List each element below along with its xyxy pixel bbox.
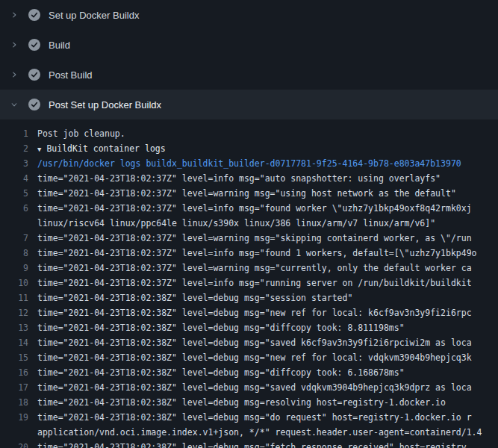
log-text: time="2021-04-23T18:02:38Z" level=debug … bbox=[37, 440, 498, 448]
log-line: 1Post job cleanup. bbox=[0, 126, 498, 141]
log-line: 9time="2021-04-23T18:02:37Z" level=warni… bbox=[0, 261, 498, 276]
log-text: linux/riscv64 linux/ppc64le linux/s390x … bbox=[37, 216, 498, 231]
chevron-right-icon bbox=[10, 71, 19, 78]
chevron-right-icon bbox=[10, 11, 19, 19]
log-line: 20time="2021-04-23T18:02:38Z" level=debu… bbox=[0, 440, 498, 448]
check-circle-icon bbox=[28, 39, 40, 51]
log-line: 6time="2021-04-23T18:02:37Z" level=info … bbox=[0, 201, 498, 216]
log-text: time="2021-04-23T18:02:38Z" level=debug … bbox=[37, 290, 498, 305]
line-number[interactable]: 6 bbox=[0, 201, 37, 216]
log-line: linux/riscv64 linux/ppc64le linux/s390x … bbox=[0, 216, 498, 231]
group-label: BuildKit container logs bbox=[46, 143, 165, 154]
log-line-command: 3/usr/bin/docker logs buildx_buildkit_bu… bbox=[0, 156, 498, 171]
log-text: time="2021-04-23T18:02:37Z" level=warnin… bbox=[37, 186, 498, 201]
log-line: 14time="2021-04-23T18:02:38Z" level=debu… bbox=[0, 335, 498, 350]
step-header-build[interactable]: Build bbox=[0, 30, 498, 60]
log-line: 7time="2021-04-23T18:02:37Z" level=warni… bbox=[0, 231, 498, 246]
log-line: 10time="2021-04-23T18:02:37Z" level=info… bbox=[0, 276, 498, 290]
log-text: time="2021-04-23T18:02:38Z" level=debug … bbox=[37, 350, 498, 365]
line-number[interactable] bbox=[0, 425, 37, 440]
step-header-set-up-docker-buildx[interactable]: Set up Docker Buildx bbox=[0, 0, 498, 30]
check-circle-icon bbox=[28, 69, 40, 81]
log-line: 12time="2021-04-23T18:02:38Z" level=debu… bbox=[0, 305, 498, 320]
step-title: Post Set up Docker Buildx bbox=[49, 99, 161, 111]
line-number[interactable]: 13 bbox=[0, 320, 37, 335]
check-circle-icon bbox=[28, 9, 40, 21]
log-text: time="2021-04-23T18:02:38Z" level=debug … bbox=[37, 305, 498, 320]
step-header-post-build[interactable]: Post Build bbox=[0, 60, 498, 90]
line-number[interactable]: 14 bbox=[0, 335, 37, 350]
log-text: time="2021-04-23T18:02:38Z" level=debug … bbox=[37, 335, 498, 350]
log-line: 15time="2021-04-23T18:02:38Z" level=debu… bbox=[0, 350, 498, 365]
line-number[interactable]: 1 bbox=[0, 126, 37, 141]
step-title: Build bbox=[49, 40, 70, 51]
log-text: Post job cleanup. bbox=[37, 126, 498, 141]
line-number[interactable]: 12 bbox=[0, 305, 37, 320]
line-number[interactable]: 11 bbox=[0, 290, 37, 305]
log-viewer: 1Post job cleanup.2▼BuildKit container l… bbox=[0, 119, 498, 448]
log-text: time="2021-04-23T18:02:38Z" level=debug … bbox=[37, 395, 498, 410]
log-group-toggle[interactable]: ▼BuildKit container logs bbox=[37, 141, 498, 156]
log-line: 19time="2021-04-23T18:02:38Z" level=debu… bbox=[0, 410, 498, 425]
log-line: 13time="2021-04-23T18:02:38Z" level=debu… bbox=[0, 320, 498, 335]
chevron-down-icon bbox=[10, 101, 19, 108]
log-line: 18time="2021-04-23T18:02:38Z" level=debu… bbox=[0, 395, 498, 410]
line-number[interactable]: 15 bbox=[0, 350, 37, 365]
line-number[interactable]: 10 bbox=[0, 276, 37, 290]
line-number[interactable]: 20 bbox=[0, 440, 37, 448]
line-number[interactable]: 8 bbox=[0, 246, 37, 261]
line-number[interactable]: 9 bbox=[0, 261, 37, 276]
line-number[interactable]: 2 bbox=[0, 141, 37, 156]
step-list: Set up Docker BuildxBuildPost BuildPost … bbox=[0, 0, 498, 119]
log-text: time="2021-04-23T18:02:38Z" level=debug … bbox=[37, 365, 498, 380]
log-line: 5time="2021-04-23T18:02:37Z" level=warni… bbox=[0, 186, 498, 201]
log-line: 8time="2021-04-23T18:02:37Z" level=info … bbox=[0, 246, 498, 261]
log-text: time="2021-04-23T18:02:37Z" level=warnin… bbox=[37, 231, 498, 246]
log-line: 16time="2021-04-23T18:02:38Z" level=debu… bbox=[0, 365, 498, 380]
log-text: time="2021-04-23T18:02:38Z" level=debug … bbox=[37, 320, 498, 335]
log-text: application/vnd.oci.image.index.v1+json,… bbox=[37, 425, 498, 440]
line-number[interactable]: 18 bbox=[0, 395, 37, 410]
log-line: 17time="2021-04-23T18:02:38Z" level=debu… bbox=[0, 380, 498, 395]
line-number[interactable]: 3 bbox=[0, 156, 37, 171]
line-number[interactable]: 17 bbox=[0, 380, 37, 395]
log-text: time="2021-04-23T18:02:37Z" level=info m… bbox=[37, 201, 498, 216]
line-number[interactable]: 5 bbox=[0, 186, 37, 201]
check-circle-icon bbox=[28, 99, 40, 111]
step-title: Set up Docker Buildx bbox=[49, 10, 139, 21]
chevron-right-icon bbox=[10, 41, 19, 49]
line-number[interactable]: 4 bbox=[0, 171, 37, 186]
step-header-post-set-up-docker-buildx[interactable]: Post Set up Docker Buildx bbox=[0, 90, 498, 119]
line-number[interactable] bbox=[0, 216, 37, 231]
step-title: Post Build bbox=[49, 69, 93, 81]
log-text: time="2021-04-23T18:02:38Z" level=debug … bbox=[37, 410, 498, 425]
log-text: time="2021-04-23T18:02:37Z" level=info m… bbox=[37, 276, 498, 290]
log-text: time="2021-04-23T18:02:37Z" level=info m… bbox=[37, 171, 498, 186]
log-line: 11time="2021-04-23T18:02:38Z" level=debu… bbox=[0, 290, 498, 305]
triangle-down-icon: ▼ bbox=[37, 146, 41, 153]
line-number[interactable]: 7 bbox=[0, 231, 37, 246]
line-number[interactable]: 19 bbox=[0, 410, 37, 425]
log-line: application/vnd.oci.image.index.v1+json,… bbox=[0, 425, 498, 440]
log-text: time="2021-04-23T18:02:37Z" level=info m… bbox=[37, 246, 498, 261]
line-number[interactable]: 16 bbox=[0, 365, 37, 380]
log-line: 4time="2021-04-23T18:02:37Z" level=info … bbox=[0, 171, 498, 186]
log-text: time="2021-04-23T18:02:37Z" level=warnin… bbox=[37, 261, 498, 276]
log-text: /usr/bin/docker logs buildx_buildkit_bui… bbox=[37, 156, 498, 171]
log-line-group: 2▼BuildKit container logs bbox=[0, 141, 498, 156]
log-text: time="2021-04-23T18:02:38Z" level=debug … bbox=[37, 380, 498, 395]
